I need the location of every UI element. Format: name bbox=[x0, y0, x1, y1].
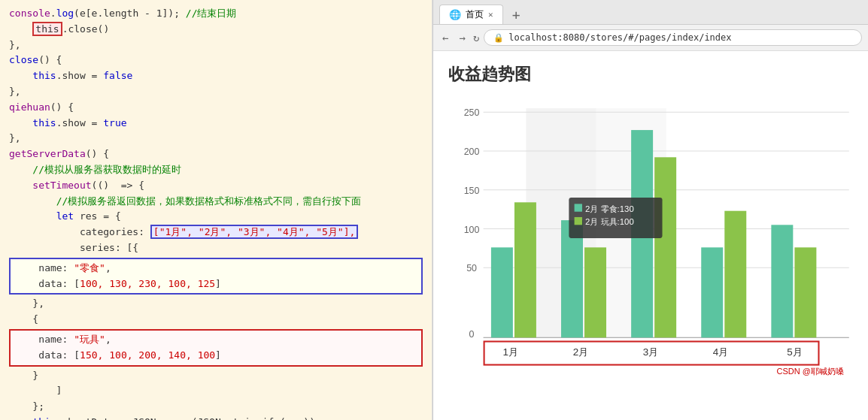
bar-1m-toy bbox=[514, 202, 536, 337]
bar-1m-snack bbox=[491, 247, 513, 337]
bar-5m-snack bbox=[771, 225, 793, 337]
code-line-1: console.log(e[e.length - 1]); //结束日期 bbox=[0, 6, 432, 22]
chart-title: 收益趋势图 bbox=[448, 63, 853, 86]
svg-text:3月: 3月 bbox=[643, 346, 658, 358]
url-text: localhost:8080/stores/#/pages/index/inde… bbox=[508, 32, 731, 43]
code-line-20: ] bbox=[0, 383, 432, 399]
tab-close-icon[interactable]: ✕ bbox=[488, 10, 493, 20]
code-line-21: }; bbox=[0, 399, 432, 415]
code-box-toy-line2: data: [150, 100, 200, 140, 100] bbox=[15, 348, 417, 364]
browser-tab-bar: 🌐 首页 ✕ + bbox=[433, 0, 868, 25]
svg-text:1月: 1月 bbox=[503, 346, 518, 358]
svg-text:2月 零食:130: 2月 零食:130 bbox=[585, 204, 634, 213]
svg-text:150: 150 bbox=[464, 186, 480, 196]
svg-text:5月: 5月 bbox=[787, 346, 802, 358]
code-box-snack-line1: name: "零食", bbox=[15, 261, 417, 276]
code-line-3: }, bbox=[0, 38, 432, 53]
code-editor: console.log(e[e.length - 1]); //结束日期 thi… bbox=[0, 0, 432, 420]
svg-rect-21 bbox=[575, 204, 582, 211]
code-line-9: }, bbox=[0, 131, 432, 147]
code-line-4: close() { bbox=[0, 53, 432, 68]
bar-4m-toy bbox=[724, 211, 746, 338]
code-line-8: this.show = true bbox=[0, 116, 432, 131]
browser-address-bar: ← → ↻ 🔒 localhost:8080/stores/#/pages/in… bbox=[433, 25, 868, 51]
code-line-15: categories: ["1月", "2月", "3月", "4月", "5月… bbox=[0, 225, 432, 240]
code-line-13: //模拟服务器返回数据，如果数据格式和标准格式不同，需自行按下面 bbox=[0, 194, 432, 210]
svg-text:2月: 2月 bbox=[573, 346, 588, 358]
forward-button[interactable]: → bbox=[456, 30, 468, 45]
code-box-toy: name: "玩具", data: [150, 100, 200, 140, 1… bbox=[9, 329, 423, 367]
code-line-11: //模拟从服务器获取数据时的延时 bbox=[0, 162, 432, 178]
code-line-12: setTimeout(() => { bbox=[0, 178, 432, 194]
svg-text:50: 50 bbox=[466, 263, 477, 273]
code-line-5: this.show = false bbox=[0, 68, 432, 84]
code-line-10: getServerData() { bbox=[0, 147, 432, 162]
svg-rect-23 bbox=[575, 217, 582, 225]
address-box[interactable]: 🔒 localhost:8080/stores/#/pages/index/in… bbox=[484, 29, 862, 46]
back-button[interactable]: ← bbox=[439, 30, 451, 45]
svg-text:4月: 4月 bbox=[713, 346, 728, 358]
code-line-7: qiehuan() { bbox=[0, 100, 432, 116]
code-line-6: }, bbox=[0, 84, 432, 100]
code-line-16: series: [{ bbox=[0, 240, 432, 256]
tab-label: 首页 bbox=[466, 8, 484, 21]
code-box-toy-line1: name: "玩具", bbox=[15, 332, 417, 348]
browser-panel: 🌐 首页 ✕ + ← → ↻ 🔒 localhost:8080/stores/#… bbox=[432, 0, 868, 420]
svg-text:250: 250 bbox=[464, 107, 480, 118]
code-line-19: } bbox=[0, 368, 432, 384]
svg-text:200: 200 bbox=[464, 147, 480, 157]
tab-globe-icon: 🌐 bbox=[449, 9, 461, 20]
code-box-snack-line2: data: [100, 130, 230, 100, 125] bbox=[15, 276, 417, 292]
code-line-18: { bbox=[0, 312, 432, 328]
code-line-22: this.chartData = JSON.parse(JSON.stringi… bbox=[0, 415, 432, 420]
bar-5m-toy bbox=[794, 247, 816, 337]
browser-tab-home[interactable]: 🌐 首页 ✕ bbox=[439, 5, 503, 24]
csdn-watermark: CSDN @耶喊奶嗓 bbox=[777, 366, 844, 377]
chart-svg: 250 200 150 100 50 0 bbox=[448, 98, 853, 383]
bar-3m-toy bbox=[654, 157, 676, 337]
lock-icon: 🔒 bbox=[493, 33, 504, 43]
refresh-button[interactable]: ↻ bbox=[473, 32, 479, 44]
code-box-snack: name: "零食", data: [100, 130, 230, 100, 1… bbox=[9, 258, 423, 295]
browser-content: 收益趋势图 250 200 150 100 50 0 bbox=[433, 51, 868, 420]
svg-text:100: 100 bbox=[464, 225, 480, 235]
svg-text:2月 玩具:100: 2月 玩具:100 bbox=[585, 217, 634, 226]
code-line-17: }, bbox=[0, 296, 432, 312]
svg-text:0: 0 bbox=[469, 329, 475, 340]
new-tab-button[interactable]: + bbox=[506, 5, 527, 24]
code-line-2: this.close() bbox=[0, 22, 432, 38]
bar-2m-toy bbox=[584, 247, 606, 337]
code-line-14: let res = { bbox=[0, 209, 432, 225]
bar-4m-snack bbox=[701, 247, 723, 337]
chart-area: 250 200 150 100 50 0 bbox=[448, 98, 853, 383]
